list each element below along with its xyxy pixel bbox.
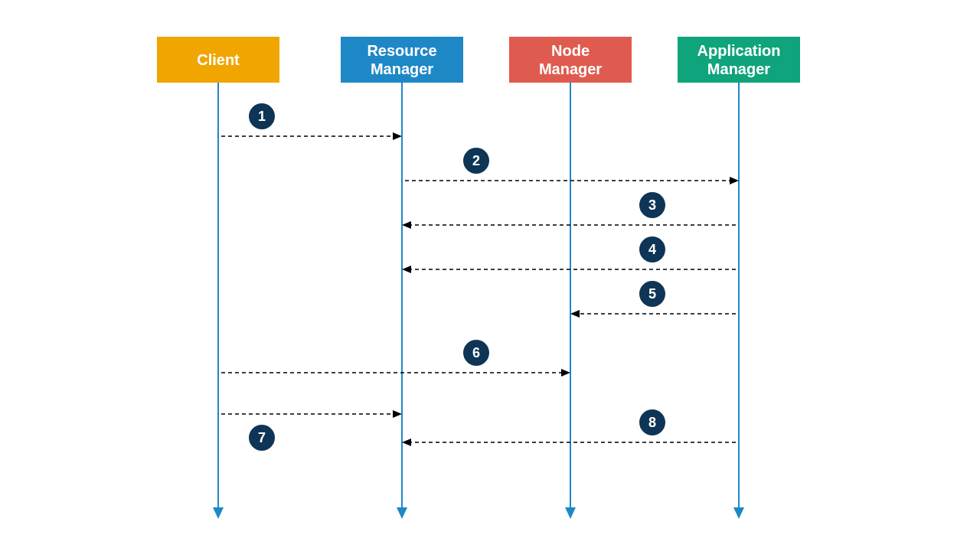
- participant-resource: ResourceManager: [341, 37, 463, 83]
- participant-resource-label: ResourceManager: [367, 41, 436, 78]
- svg-marker-3: [397, 507, 407, 519]
- svg-marker-9: [393, 132, 402, 140]
- svg-marker-19: [561, 369, 570, 377]
- svg-marker-21: [393, 410, 402, 418]
- participant-app-label: ApplicationManager: [697, 41, 781, 78]
- participant-client-label: Client: [197, 51, 240, 69]
- participant-client: Client: [157, 37, 279, 83]
- step-badge-1: 1: [249, 103, 275, 129]
- step-badge-5: 5: [639, 281, 665, 307]
- participant-app: ApplicationManager: [678, 37, 800, 83]
- svg-marker-11: [730, 177, 739, 184]
- svg-marker-23: [402, 439, 411, 446]
- step-badge-2: 2: [463, 148, 489, 174]
- svg-marker-1: [213, 507, 224, 519]
- svg-marker-7: [733, 507, 744, 519]
- svg-marker-17: [570, 310, 580, 318]
- step-badge-7: 7: [249, 425, 275, 451]
- step-badge-3: 3: [639, 192, 665, 218]
- svg-marker-5: [565, 507, 576, 519]
- participant-node-label: NodeManager: [539, 41, 602, 78]
- svg-marker-13: [402, 221, 411, 229]
- step-badge-4: 4: [639, 236, 665, 262]
- sequence-diagram: Client ResourceManager NodeManager Appli…: [0, 0, 980, 551]
- step-badge-6: 6: [463, 340, 489, 366]
- participant-node: NodeManager: [509, 37, 632, 83]
- svg-marker-15: [402, 266, 411, 273]
- step-badge-8: 8: [639, 409, 665, 435]
